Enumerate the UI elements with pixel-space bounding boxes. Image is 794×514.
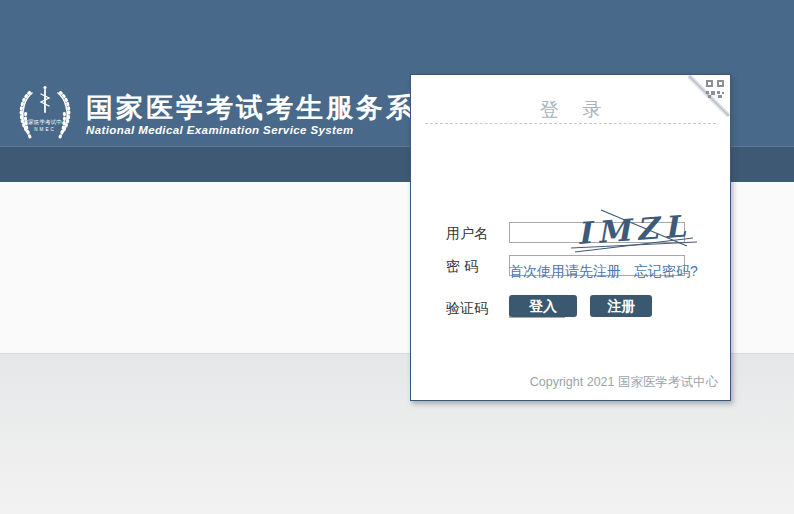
register-button[interactable]: 注册 [590, 295, 652, 317]
password-label: 密 码 [446, 258, 478, 276]
brand-header: 国家医学考试中心 NMEC 国家医学考试考生服务系统 National Medi… [12, 84, 446, 146]
title-separator [425, 123, 716, 124]
captcha-label: 验证码 [446, 300, 488, 318]
forgot-password-link[interactable]: 忘记密码? [634, 263, 698, 279]
qr-code-icon [706, 80, 724, 98]
captcha-image[interactable]: IMZL [567, 202, 703, 256]
emblem-text-en: NMEC [34, 127, 56, 132]
login-button[interactable]: 登入 [509, 295, 577, 317]
login-panel: 登 录 用户名 密 码 验证码 IMZL 首次使用请先注册忘记密码? 登入 注册… [410, 74, 731, 401]
register-hint-link[interactable]: 首次使用请先注册 [509, 263, 621, 279]
site-subtitle: National Medical Examination Service Sys… [86, 124, 446, 136]
button-row: 登入 注册 [509, 295, 652, 317]
helper-links: 首次使用请先注册忘记密码? [509, 263, 698, 281]
nmec-emblem-logo: 国家医学考试中心 NMEC [12, 84, 78, 146]
site-title: 国家医学考试考生服务系统 [86, 93, 446, 123]
emblem-text-cn: 国家医学考试中心 [23, 119, 68, 126]
login-title: 登 录 [411, 97, 730, 123]
username-label: 用户名 [446, 225, 488, 243]
copyright-text: Copyright 2021 国家医学考试中心 [530, 374, 718, 391]
captcha-text: IMZL [576, 208, 692, 251]
